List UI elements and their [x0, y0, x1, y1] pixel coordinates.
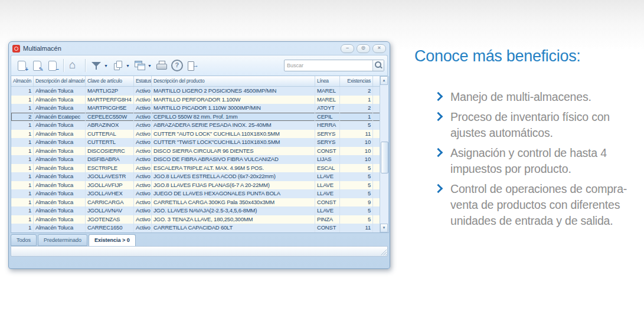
edit-record-button[interactable]: ✎ — [30, 58, 45, 73]
transfer-dropdown-icon[interactable]: ▼ — [148, 64, 152, 68]
scrollbar-thumb[interactable] — [381, 142, 388, 173]
table-row[interactable]: 1Almacén TolucaCARRICARGAActivoCARRETILL… — [11, 198, 380, 207]
exit-icon — [187, 61, 198, 70]
table-row[interactable]: 1Almacén TolucaJGOLLAVFIJPActivoJGO.8 LL… — [11, 181, 380, 190]
table-cell: Almacén Toluca — [34, 215, 86, 224]
close-button[interactable]: × — [372, 44, 386, 53]
table-cell: 5 — [340, 189, 373, 198]
tab-existencia-0[interactable]: Existencia > 0 — [89, 234, 136, 247]
table-cell: Almacén Toluca — [34, 87, 86, 96]
table-cell: DISCOSIERRC — [86, 147, 134, 156]
copy-dropdown-icon[interactable]: ▼ — [126, 64, 130, 68]
table-cell: JGOLLAVNAV — [86, 206, 134, 215]
delete-record-button[interactable]: − — [45, 58, 60, 73]
badge-glyph: ✎ — [39, 66, 44, 73]
benefit-item: Manejo de multi-almacenes. — [435, 89, 641, 105]
table-cell: Activo — [134, 104, 152, 113]
table-cell: 1 — [11, 181, 34, 190]
column-header[interactable]: Existencias — [340, 76, 373, 86]
table-cell: 10 — [340, 155, 373, 164]
table-body: 1Almacén TolucaMARTLIG2PActivoMARTILLO L… — [11, 87, 380, 232]
exit-button[interactable] — [185, 58, 200, 73]
warehouse-icon — [69, 60, 80, 71]
table-row[interactable]: 1Almacén TolucaDISFIBABRAActivoDISCO DE … — [11, 155, 380, 164]
column-header[interactable]: Descripción del producto — [152, 76, 315, 86]
table-cell: Activo — [134, 121, 152, 130]
table-row[interactable]: 1Almacén TolucaMARTPICGH5EActivoMARTILLO… — [11, 104, 380, 113]
tab-predeterminado[interactable]: Predeterminado — [38, 234, 87, 246]
warehouse-button[interactable] — [67, 58, 82, 73]
table-cell: MAREL — [315, 96, 340, 104]
help-button[interactable] — [169, 58, 185, 73]
column-header[interactable]: Descripción del almacén — [34, 76, 86, 86]
table-row[interactable]: 1Almacén TolucaCUTTERALActivoCUTTER "AUT… — [11, 130, 380, 139]
maximize-button[interactable]: ⊙ — [357, 44, 370, 53]
minimize-button[interactable]: – — [341, 44, 354, 53]
benefit-text: Asignación y control de hasta 4 impuesto… — [450, 146, 607, 175]
table-row[interactable]: 1Almacén TolucaJGOTENZASActivoJGO. 3 TEN… — [11, 215, 380, 224]
toolbar-separator — [63, 59, 64, 72]
transfer-button[interactable] — [132, 58, 148, 73]
table-cell: 1 — [11, 189, 34, 198]
search-input[interactable] — [285, 61, 372, 70]
table-row[interactable]: 1Almacén TolucaESCTRIPLEActivoESCALERA T… — [11, 164, 380, 173]
tab-todos[interactable]: Todos — [11, 234, 37, 246]
vertical-scrollbar[interactable]: ▲ ▼ — [380, 76, 388, 232]
table-cell: Activo — [134, 87, 152, 96]
table-cell: Almacén Toluca — [34, 121, 86, 130]
table-row[interactable]: 1Almacén TolucaJGOLLAVESTRActivoJGO.8 LL… — [11, 172, 380, 181]
add-record-button[interactable]: + — [14, 58, 30, 73]
benefit-text: Manejo de multi-almacenes. — [450, 90, 591, 103]
column-header[interactable]: Línea — [315, 76, 340, 86]
toolbar: +✎−▼▼▼ — [11, 55, 388, 76]
table-row[interactable]: 1Almacén TolucaMARTLIG2PActivoMARTILLO L… — [11, 87, 380, 96]
table-cell: 1 — [11, 138, 34, 147]
filter-button[interactable] — [89, 58, 104, 73]
transfer-icon — [135, 61, 145, 70]
table-cell: 1 — [11, 198, 34, 207]
table-cell: JGOLLAVHEX — [86, 189, 134, 198]
table-cell: JGOTENZAS — [86, 215, 134, 224]
table-row[interactable]: 1Almacén TolucaCUTTERTLActivoCUTTER "TWI… — [11, 138, 380, 147]
table-cell: CEPIL — [315, 113, 340, 122]
table-cell: CARRETILLA CAPACIDAD 60LT — [152, 224, 315, 232]
table-cell: JGO. LLAVES NAVAJA(2-2.5-3,4,5,6-8MM) — [152, 206, 315, 215]
table-cell: JGO.8 LLAVES FIJAS PLANAS(6-7 A 20-22MM) — [152, 181, 315, 190]
table-cell: JGO. 3 TENAZA LLAVE, 180,250,300MM — [152, 215, 315, 224]
filter-dropdown-icon[interactable]: ▼ — [104, 64, 108, 68]
scroll-down-icon[interactable]: ▼ — [380, 224, 388, 232]
table-row[interactable]: 1Almacén TolucaCARREC1650ActivoCARRETILL… — [11, 224, 380, 232]
table-cell: Activo — [134, 147, 152, 156]
search-button[interactable] — [372, 60, 384, 71]
title-bar[interactable]: Multialmacén – ⊙ × — [9, 42, 390, 55]
table-cell: Activo — [134, 189, 152, 198]
resize-grip[interactable] — [380, 249, 387, 255]
table-cell: SERYS — [315, 130, 340, 139]
table-row[interactable]: 1Almacén TolucaMARTPERFG8H4ActivoMARTILL… — [11, 96, 380, 104]
table-cell: Activo — [134, 206, 152, 215]
table-row[interactable]: 1Almacén TolucaABRAZINOXActivoABRAZADERA… — [11, 121, 380, 130]
table-cell: Activo — [134, 215, 152, 224]
table-cell: CONST — [315, 198, 340, 207]
app-logo-icon — [12, 45, 20, 53]
table-cell: CUTTERAL — [86, 130, 134, 139]
table-row[interactable]: 2Almacén EcatepecCEPELEC550WActivoCEPILL… — [11, 113, 380, 122]
table-row[interactable]: 1Almacén TolucaJGOLLAVHEXActivoJUEGO DE … — [11, 189, 380, 198]
copy-button[interactable] — [110, 58, 126, 73]
table-cell: Almacén Toluca — [34, 130, 86, 139]
table-row[interactable]: 1Almacén TolucaJGOLLAVNAVActivoJGO. LLAV… — [11, 206, 380, 215]
table-row[interactable]: 1Almacén TolucaDISCOSIERRCActivoDISCO SI… — [11, 147, 380, 156]
help-icon — [171, 60, 183, 71]
scroll-up-icon[interactable]: ▲ — [380, 76, 388, 85]
column-header[interactable]: Estatus — [134, 76, 152, 86]
column-header[interactable]: Almacén — [11, 76, 34, 86]
table-cell: Almacén Toluca — [34, 172, 86, 181]
table-cell: CARRETILLA CARGA 300KG Pala 350x430x3MM — [152, 198, 315, 207]
print-button[interactable] — [154, 58, 169, 73]
table-cell: CUTTER "TWIST LOCK"CUCHILLA 110X18X0.5MM — [152, 138, 315, 147]
page: Multialmacén – ⊙ × +✎−▼▼▼ AlmacénDescrip… — [0, 0, 644, 318]
table-cell: Activo — [134, 224, 152, 232]
column-header[interactable]: Clave de artículo — [86, 76, 134, 86]
table-cell: Activo — [134, 96, 152, 104]
table-cell: DISFIBABRA — [86, 155, 134, 164]
